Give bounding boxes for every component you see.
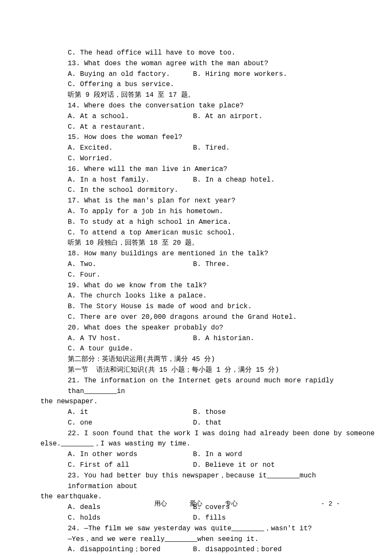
option-row: C. holdsD. fills bbox=[40, 513, 362, 523]
option-a: A. In other words bbox=[68, 449, 193, 460]
option-a: A. Two. bbox=[68, 259, 193, 270]
option-row: A. disappointing；boredB. disappointed；bo… bbox=[40, 544, 362, 555]
option-a: A. disappointing；bored bbox=[68, 544, 193, 555]
text-line: 22. I soon found that the work I was doi… bbox=[40, 428, 362, 439]
footer-word-2: 爱心 bbox=[190, 500, 202, 508]
fill-blank bbox=[231, 525, 264, 532]
option-a: C. holds bbox=[68, 513, 193, 523]
option-row: A. Buying an old factory.B. Hiring more … bbox=[40, 69, 362, 80]
option-row: A. In other wordsB. In a word bbox=[40, 449, 362, 460]
option-a: C. First of all bbox=[68, 460, 193, 471]
option-b: B. In a word bbox=[193, 449, 362, 460]
text-line: 第一节 语法和词汇知识(共 15 小题；每小题 1 分，满分 15 分) bbox=[40, 365, 362, 376]
option-b: B. In a cheap hotel. bbox=[193, 175, 362, 185]
text-line: A. To apply for a job in his hometown. bbox=[40, 206, 362, 217]
text-line: B. To study at a high school in America. bbox=[40, 217, 362, 228]
text-line: 17. What is the man's plan for next year… bbox=[40, 196, 362, 206]
page-content: C. The head office will have to move too… bbox=[0, 0, 392, 555]
question-post: ，wasn't it? bbox=[264, 525, 312, 532]
option-b: B. those bbox=[193, 407, 362, 418]
question-post: in bbox=[117, 387, 125, 395]
text-line: C. Offering a bus service. bbox=[40, 79, 362, 90]
text-line: 20. What does the speaker probably do? bbox=[40, 323, 362, 333]
text-line: 14. Where does the conversation take pla… bbox=[40, 101, 362, 111]
text-line: 18. How many buildings are mentioned in … bbox=[40, 249, 362, 259]
text-line: C. Four. bbox=[40, 270, 362, 280]
option-b: D. Believe it or not bbox=[193, 460, 362, 471]
text-line: B. The Story House is made of wood and b… bbox=[40, 301, 362, 312]
text-line: A. The church looks like a palace. bbox=[40, 291, 362, 301]
option-row: A. At a school.B. At an airport. bbox=[40, 111, 362, 122]
text-line: 13. What does the woman agree with the m… bbox=[40, 58, 362, 69]
text-line: the newspaper. bbox=[40, 396, 362, 407]
fill-blank bbox=[164, 535, 197, 543]
text-line: C. A tour guide. bbox=[40, 344, 362, 354]
option-b: B. At an airport. bbox=[193, 111, 362, 122]
page-number: - 2 - bbox=[321, 499, 340, 509]
option-b: B. A historian. bbox=[193, 333, 362, 344]
option-a: C. one bbox=[68, 418, 193, 428]
question-line: —Yes，and we were really when seeing it. bbox=[40, 534, 362, 545]
option-a: A. In a host family. bbox=[68, 175, 193, 185]
footer-word-1: 用心 bbox=[154, 500, 167, 508]
fill-blank bbox=[61, 440, 94, 448]
question-line: else. ，I was wasting my time. bbox=[40, 439, 362, 449]
text-line: C. The head office will have to move too… bbox=[40, 48, 362, 58]
text-line: C. In the school dormitory. bbox=[40, 185, 362, 196]
option-a: A. A TV host. bbox=[68, 333, 193, 344]
option-b: D. that bbox=[193, 418, 362, 428]
fill-blank bbox=[84, 387, 117, 395]
option-a: A. Excited. bbox=[68, 143, 193, 153]
option-row: A. Excited.B. Tired. bbox=[40, 143, 362, 153]
question-pre: —Yes，and we were really bbox=[68, 535, 164, 543]
question-pre: else. bbox=[40, 440, 61, 448]
fill-blank bbox=[267, 472, 300, 480]
option-b: D. fills bbox=[193, 513, 362, 523]
text-line: C. At a restaurant. bbox=[40, 122, 362, 133]
text-line: 第二部分：英语知识运用(共两节，满分 45 分) bbox=[40, 354, 362, 365]
option-a: A. it bbox=[68, 407, 193, 418]
option-b: B. disappointed；bored bbox=[193, 544, 362, 555]
option-a: A. At a school. bbox=[68, 111, 193, 122]
question-post: when seeing it. bbox=[197, 535, 259, 543]
text-line: 听第 9 段对话，回答第 14 至 17 题。 bbox=[40, 90, 362, 101]
option-row: C. First of allD. Believe it or not bbox=[40, 460, 362, 471]
question-line: 23. You had better buy this newspaper，be… bbox=[40, 471, 362, 492]
option-row: C. oneD. that bbox=[40, 418, 362, 428]
text-line: C. To attend a top American music school… bbox=[40, 228, 362, 238]
text-line: C. There are over 20,000 dragons around … bbox=[40, 312, 362, 323]
text-line: 听第 10 段独白，回答第 18 至 20 题。 bbox=[40, 238, 362, 249]
option-a: A. Buying an old factory. bbox=[68, 69, 193, 80]
option-row: A. Two.B. Three. bbox=[40, 259, 362, 270]
option-b: B. Hiring more workers. bbox=[193, 69, 362, 80]
question-line: 21. The information on the Internet gets… bbox=[40, 376, 362, 397]
option-b: B. Three. bbox=[193, 259, 362, 270]
option-row: A. In a host family.B. In a cheap hotel. bbox=[40, 175, 362, 185]
option-b: B. Tired. bbox=[193, 143, 362, 153]
question-pre: 23. You had better buy this newspaper，be… bbox=[68, 472, 267, 480]
text-line: 16. Where will the man live in America? bbox=[40, 164, 362, 175]
option-row: A. A TV host.B. A historian. bbox=[40, 333, 362, 344]
question-line: 24. —The film we saw yesterday was quite… bbox=[40, 523, 362, 534]
text-line: 19. What do we know from the talk? bbox=[40, 280, 362, 291]
question-pre: 24. —The film we saw yesterday was quite bbox=[68, 525, 231, 532]
option-row: A. itB. those bbox=[40, 407, 362, 418]
text-line: 15. How does the woman feel? bbox=[40, 132, 362, 143]
footer-word-3: 专心 bbox=[225, 500, 238, 508]
question-post: ，I was wasting my time. bbox=[94, 440, 190, 448]
text-line: C. Worried. bbox=[40, 153, 362, 164]
